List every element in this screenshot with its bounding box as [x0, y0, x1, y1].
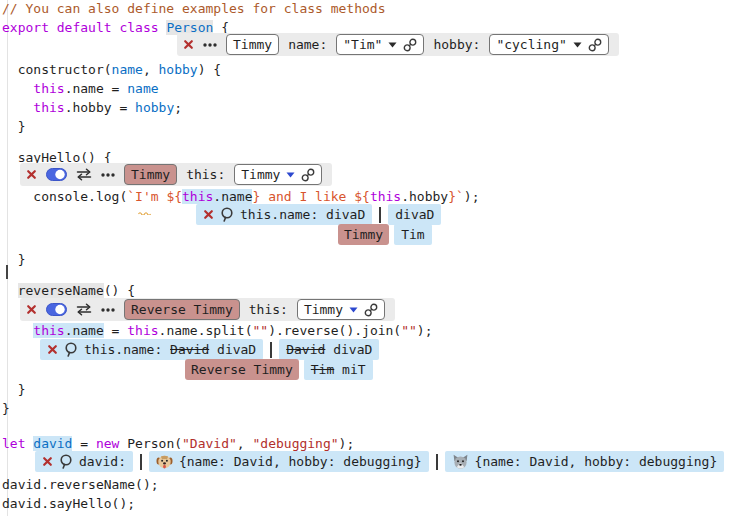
example-toggle[interactable] — [46, 303, 67, 316]
value-dropdown[interactable]: "Tim" — [336, 34, 424, 55]
code-token: ); — [339, 436, 355, 451]
value-dropdown[interactable]: Timmy — [234, 164, 322, 185]
code-token: } — [2, 119, 25, 134]
probe-value: Tim — [401, 227, 424, 242]
example-name-button[interactable]: Reverse Timmy — [124, 299, 240, 320]
code-token: ); — [464, 189, 480, 204]
search-icon[interactable] — [59, 454, 73, 469]
example-widget: Reverse Timmythis:Timmy — [20, 298, 395, 321]
code-token: .name.split( — [159, 323, 253, 338]
code-token: "debugging" — [253, 436, 339, 451]
code-token: name — [127, 81, 158, 96]
probe: TimmyTim — [338, 224, 432, 245]
code-token: , — [143, 62, 159, 77]
example-badge: Reverse Timmy — [185, 359, 299, 380]
close-icon[interactable] — [26, 169, 37, 180]
probe-value-segment: Tim — [311, 362, 334, 377]
code-token: this — [33, 323, 64, 338]
link-icon[interactable] — [588, 38, 602, 52]
more-options-icon[interactable] — [101, 308, 115, 312]
code-token — [2, 100, 33, 115]
code-line: this.name = name — [2, 81, 159, 97]
probe-value-segment: divaD — [209, 342, 256, 357]
dropdown-value: "Tim" — [343, 37, 382, 52]
more-options-icon[interactable] — [101, 173, 115, 177]
field-label: name: — [288, 37, 327, 52]
field-label: hobby: — [433, 37, 480, 52]
code-token: ${ — [166, 189, 182, 204]
probe-chip: Tim — [394, 224, 431, 245]
code-token: reverseName — [18, 283, 104, 298]
code-token: Person( — [127, 436, 182, 451]
link-icon[interactable] — [364, 303, 378, 317]
probe-value-segment: divaD — [395, 207, 434, 222]
code-token: .name = — [65, 81, 128, 96]
probe-separator — [379, 207, 381, 223]
value-dropdown[interactable]: "cycling" — [489, 34, 608, 55]
code-token: this — [33, 100, 64, 115]
search-icon[interactable] — [220, 207, 234, 222]
code-line: david.reverseName(); — [2, 477, 159, 493]
code-token: } — [448, 189, 456, 204]
close-icon[interactable] — [47, 344, 58, 355]
search-icon[interactable] — [64, 342, 78, 357]
code-token: , — [237, 436, 253, 451]
code-token: this — [370, 189, 401, 204]
example-name-button[interactable]: Timmy — [226, 34, 279, 55]
code-token: ${ — [354, 189, 370, 204]
code-token: } — [2, 252, 25, 267]
probe-chip: this.name: David divaD — [40, 339, 263, 360]
code-token: // You can also define examples for clas… — [2, 1, 386, 16]
code-token: david.reverseName(); — [2, 477, 159, 492]
probe: this.name: David divaDDavid divaD — [40, 339, 379, 360]
probe-chip: David divaD — [279, 339, 379, 360]
code-token: ` — [456, 189, 464, 204]
swap-arrows-icon[interactable] — [76, 168, 92, 181]
code-line: david.sayHello(); — [2, 496, 135, 512]
link-icon[interactable] — [301, 168, 315, 182]
probe-value-segment: miT — [334, 362, 365, 377]
probe-value-segment: this.name: — [240, 207, 326, 222]
close-icon[interactable] — [26, 304, 37, 315]
close-icon[interactable] — [203, 209, 214, 220]
probe-value-segment: Tim — [401, 227, 424, 242]
link-icon[interactable] — [403, 38, 417, 52]
close-icon[interactable] — [183, 39, 194, 50]
chevron-down-icon — [286, 172, 295, 178]
example-name-button[interactable]: Timmy — [124, 164, 177, 185]
probe: david:{name: David, hobby: debugging}{na… — [35, 451, 724, 472]
code-token: ; — [174, 100, 182, 115]
chevron-down-icon — [573, 42, 582, 48]
code-token: () { — [104, 283, 135, 298]
code-token: .name — [65, 323, 104, 338]
code-token: name — [112, 62, 143, 77]
code-line: // You can also define examples for clas… — [2, 1, 386, 17]
code-line: console.log(`I'm ${this.name} and I like… — [2, 189, 479, 205]
example-badge: Timmy — [338, 224, 389, 245]
dog-emoji-icon — [156, 454, 173, 470]
chevron-down-icon — [388, 42, 397, 48]
swap-arrows-icon[interactable] — [76, 303, 92, 316]
more-options-icon[interactable] — [203, 43, 217, 47]
chevron-down-icon — [349, 307, 358, 313]
dropdown-value: "cycling" — [496, 37, 566, 52]
close-icon[interactable] — [42, 456, 53, 467]
example-toggle[interactable] — [46, 168, 67, 181]
probe-chip: Tim miT — [304, 359, 373, 380]
probe-value: this.name: divaD — [240, 207, 365, 222]
value-dropdown[interactable]: Timmy — [297, 299, 385, 320]
code-line: } — [2, 382, 25, 398]
code-token: export default class — [2, 20, 166, 35]
probe-value-segment: david: — [79, 454, 126, 469]
probe: Reverse TimmyTim miT — [185, 359, 373, 380]
code-token: ) { — [198, 62, 221, 77]
probe-separator — [140, 454, 142, 470]
probe-chip: {name: David, hobby: debugging} — [445, 451, 725, 472]
dropdown-value: Timmy — [304, 302, 343, 317]
field-label: this: — [249, 302, 288, 317]
field-label: this: — [186, 167, 225, 182]
example-widget: Timmythis:Timmy — [20, 163, 332, 186]
code-line: let david = new Person("David", "debuggi… — [2, 436, 354, 452]
probe-value: David divaD — [286, 342, 372, 357]
code-token: constructor( — [2, 62, 112, 77]
